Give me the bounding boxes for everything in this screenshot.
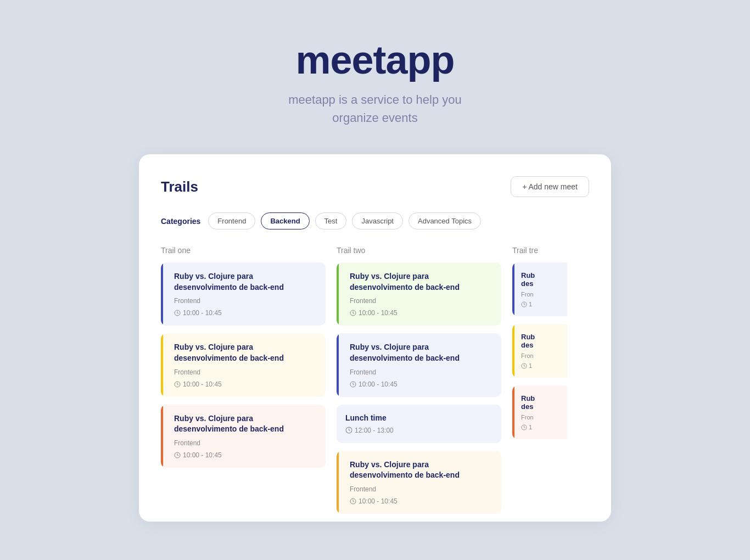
hero-subtitle: meetapp is a service to help you organiz… xyxy=(288,91,462,127)
trails-area: Trail one Ruby vs. Clojure para desenvol… xyxy=(161,246,589,522)
session-card[interactable]: Ruby vs. Clojure para desenvolvimento de… xyxy=(337,262,501,326)
session-title: Ruby vs. Clojure para desenvolvimento de… xyxy=(170,271,317,293)
clock-icon xyxy=(350,498,356,505)
hero-section: meetapp meetapp is a service to help you… xyxy=(277,0,473,154)
session-title: Ruby vs. Clojure para desenvolvimento de… xyxy=(170,413,317,435)
partial-category: Fron xyxy=(521,352,563,359)
session-card[interactable]: Ruby vs. Clojure para desenvolvimento de… xyxy=(161,405,326,468)
clock-icon xyxy=(174,381,181,388)
clock-icon xyxy=(521,301,527,307)
trail-two-column: Trail two Ruby vs. Clojure para desenvol… xyxy=(337,246,512,522)
partial-time: 1 xyxy=(521,424,563,430)
session-category: Frontend xyxy=(170,297,317,305)
lunch-time: 12:00 - 13:00 xyxy=(345,427,492,434)
trail-one-column: Trail one Ruby vs. Clojure para desenvol… xyxy=(161,246,337,522)
partial-session-card[interactable]: Rubdes Fron 1 xyxy=(512,262,567,316)
clock-icon xyxy=(521,424,527,430)
trail-three-column: Trail tre Rubdes Fron 1 Rubdes Fron 1 Ru… xyxy=(512,246,567,522)
category-advanced-topics[interactable]: Advanced Topics xyxy=(408,212,481,229)
app-title: meetapp xyxy=(288,38,462,82)
session-card[interactable]: Ruby vs. Clojure para desenvolvimento de… xyxy=(161,262,326,326)
lunch-card: Lunch time 12:00 - 13:00 xyxy=(337,405,501,443)
partial-session-card[interactable]: Rubdes Fron 1 xyxy=(512,324,567,378)
clock-icon xyxy=(174,310,181,316)
card-header: Trails + Add new meet xyxy=(161,176,589,197)
session-category: Frontend xyxy=(170,368,317,376)
clock-icon xyxy=(174,452,181,458)
session-title: Ruby vs. Clojure para desenvolvimento de… xyxy=(170,342,317,363)
session-title: Ruby vs. Clojure para desenvolvimento de… xyxy=(345,460,492,481)
session-time: 10:00 - 10:45 xyxy=(345,380,492,388)
partial-session-card[interactable]: Rubdes Fron 1 xyxy=(512,385,567,439)
category-javascript[interactable]: Javascript xyxy=(352,212,403,229)
session-time: 10:00 - 10:45 xyxy=(170,309,317,317)
add-meet-button[interactable]: + Add new meet xyxy=(511,176,589,197)
category-frontend[interactable]: Frontend xyxy=(208,212,255,229)
session-time: 10:00 - 10:45 xyxy=(345,309,492,317)
trail-three-header: Trail tre xyxy=(512,246,567,255)
category-backend[interactable]: Backend xyxy=(261,212,309,229)
session-category: Frontend xyxy=(345,297,492,305)
partial-time: 1 xyxy=(521,301,563,307)
session-card[interactable]: Ruby vs. Clojure para desenvolvimento de… xyxy=(337,333,501,396)
session-title: Ruby vs. Clojure para desenvolvimento de… xyxy=(345,271,492,293)
partial-title: Rubdes xyxy=(521,333,563,349)
partial-title: Rubdes xyxy=(521,271,563,288)
categories-label: Categories xyxy=(161,217,200,226)
main-card: Trails + Add new meet Categories Fronten… xyxy=(139,154,611,522)
session-category: Frontend xyxy=(170,439,317,447)
session-category: Frontend xyxy=(345,485,492,493)
partial-category: Fron xyxy=(521,291,563,298)
session-card[interactable]: Ruby vs. Clojure para desenvolvimento de… xyxy=(337,451,501,514)
clock-icon xyxy=(345,427,352,434)
session-card[interactable]: Ruby vs. Clojure para desenvolvimento de… xyxy=(161,333,326,396)
partial-time: 1 xyxy=(521,362,563,369)
session-title: Ruby vs. Clojure para desenvolvimento de… xyxy=(345,342,492,363)
lunch-title: Lunch time xyxy=(345,413,492,422)
session-time: 10:00 - 10:45 xyxy=(170,451,317,459)
clock-icon xyxy=(521,363,527,369)
session-time: 10:00 - 10:45 xyxy=(345,497,492,505)
session-category: Frontend xyxy=(345,368,492,376)
trail-two-header: Trail two xyxy=(337,246,501,255)
partial-category: Fron xyxy=(521,414,563,421)
categories-row: Categories Frontend Backend Test Javascr… xyxy=(161,212,589,229)
session-time: 10:00 - 10:45 xyxy=(170,380,317,388)
clock-icon xyxy=(350,381,356,388)
card-title: Trails xyxy=(161,178,198,195)
partial-title: Rubdes xyxy=(521,394,563,411)
clock-icon xyxy=(350,310,356,316)
category-test[interactable]: Test xyxy=(315,212,347,229)
trail-one-header: Trail one xyxy=(161,246,326,255)
